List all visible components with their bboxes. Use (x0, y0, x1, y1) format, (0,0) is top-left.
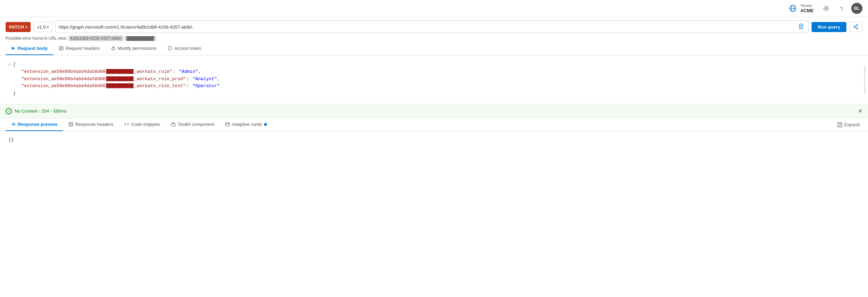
code-line-brace-close: } (13, 90, 860, 97)
status-bar: ✓ No Content - 204 - 380ms ✕ (0, 104, 868, 118)
svg-marker-10 (12, 47, 15, 50)
tenant-label: Tenant (800, 3, 814, 8)
scrollbar[interactable] (864, 65, 865, 94)
response-body: {} (0, 131, 868, 148)
code-line-1: "extension_ae58e98b4abd4da58d00█████████… (13, 68, 860, 76)
adaptive-cards-dot (264, 123, 267, 126)
tenant-info: Tenant ACME (788, 3, 814, 14)
svg-line-9 (855, 27, 857, 29)
tab-modify-permissions[interactable]: Modify permissions (106, 42, 162, 55)
tab-request-body-label: Request body (18, 46, 48, 51)
headers-icon (69, 122, 73, 127)
tab-code-snippets[interactable]: Code snippets (119, 118, 165, 131)
code-icon (124, 122, 129, 127)
tab-request-headers[interactable]: Request headers (53, 42, 106, 55)
status-text: No Content - 204 - 380ms (15, 108, 67, 114)
tenant-name: ACME (800, 8, 814, 14)
svg-rect-22 (226, 123, 230, 126)
tab-response-headers[interactable]: Response headers (63, 118, 119, 131)
tab-adaptive-cards[interactable]: Adaptive cards (220, 118, 272, 131)
arrow-right-icon (11, 46, 16, 51)
code-line-2: "extension_ae58e98b4abd4da58d00█████████… (13, 76, 860, 83)
top-bar: Tenant ACME ? BL (0, 0, 868, 17)
tab-toolkit-component-label: Toolkit component (178, 122, 214, 127)
code-content: { "extension_ae58e98b4abd4da58d00███████… (13, 61, 860, 97)
method-button[interactable]: PATCH ▾ (6, 22, 31, 32)
share-button[interactable] (849, 22, 862, 32)
globe-icon (788, 3, 798, 13)
tab-modify-permissions-label: Modify permissions (118, 46, 156, 51)
url-error: Possible error found in URL near: 4a5b1d… (0, 35, 868, 42)
expand-label: Expand (844, 122, 860, 127)
help-icon[interactable]: ? (836, 3, 847, 14)
tab-response-preview-label: Response preview (18, 122, 57, 127)
tab-access-token[interactable]: Access token (162, 42, 207, 55)
url-bar: PATCH ▾ v1.0 ▾ Run query (0, 17, 868, 35)
avatar[interactable]: BL (851, 3, 862, 14)
redacted-key-3: ██████████ (106, 83, 134, 89)
tab-response-headers-label: Response headers (75, 122, 113, 127)
response-tabs-bar: Response preview Response headers Code s… (0, 118, 868, 131)
settings-icon[interactable] (821, 3, 832, 14)
tab-request-body[interactable]: Request body (6, 42, 53, 55)
doc-icon[interactable] (797, 22, 806, 32)
code-line-brace-open: { (13, 61, 860, 68)
toolkit-icon (171, 122, 176, 127)
tab-toolkit-component[interactable]: Toolkit component (165, 118, 220, 131)
svg-point-3 (826, 8, 827, 9)
svg-rect-15 (112, 48, 115, 50)
run-query-button[interactable]: Run query (812, 22, 846, 32)
code-line-3: "extension_ae58e98b4abd4da58d00█████████… (13, 83, 860, 90)
redacted-segment: ██████████ (125, 36, 156, 41)
request-tabs-bar: Request body Request headers Modify perm… (0, 42, 868, 55)
chevron-down-icon: ▾ (25, 25, 27, 29)
svg-rect-20 (171, 124, 175, 126)
svg-line-8 (855, 25, 857, 27)
url-input[interactable] (59, 24, 797, 30)
redacted-key-1: ██████████ (106, 69, 134, 74)
code-collapse: ☐ { "extension_ae58e98b4abd4da58d00█████… (8, 61, 860, 97)
expand-icon (837, 122, 842, 127)
code-area: ☐ { "extension_ae58e98b4abd4da58d00█████… (0, 55, 868, 104)
svg-rect-21 (172, 123, 174, 124)
version-select[interactable]: v1.0 ▾ (33, 22, 53, 32)
reply-icon (11, 122, 16, 127)
shield-icon (168, 46, 172, 51)
chevron-down-icon: ▾ (47, 25, 49, 29)
redacted-key-2: ██████████ (106, 76, 134, 82)
cards-icon (225, 122, 230, 127)
url-error-highlight: 4a5b1db8-415b-4207-ab8d- (69, 36, 123, 41)
tab-access-token-label: Access token (174, 46, 201, 51)
expand-button[interactable]: Expand (835, 119, 862, 131)
tenant-text: Tenant ACME (800, 3, 814, 14)
collapse-icon[interactable]: ☐ (8, 62, 11, 68)
tab-response-preview[interactable]: Response preview (6, 118, 63, 131)
close-status-button[interactable]: ✕ (858, 108, 862, 114)
tab-code-snippets-label: Code snippets (131, 122, 160, 127)
tab-adaptive-cards-label: Adaptive cards (232, 122, 262, 127)
headers-icon (59, 46, 63, 51)
tab-request-headers-label: Request headers (65, 46, 100, 51)
lock-icon (111, 46, 116, 51)
response-body-text: {} (8, 137, 14, 142)
check-circle-icon: ✓ (6, 108, 12, 114)
url-input-wrap (55, 21, 808, 33)
status-ok: ✓ No Content - 204 - 380ms (6, 108, 67, 114)
